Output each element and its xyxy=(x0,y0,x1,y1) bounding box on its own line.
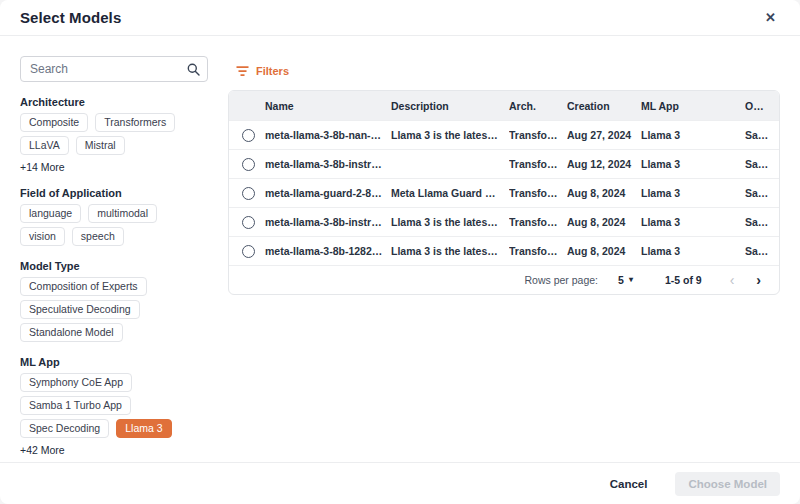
filter-group: ArchitectureCompositeTransformersLLaVAMi… xyxy=(20,96,208,173)
filter-sidebar: ArchitectureCompositeTransformersLLaVAMi… xyxy=(20,56,208,462)
cell-arch: Transfor… xyxy=(509,129,567,141)
cell-owner: SambaN… xyxy=(745,245,779,257)
cell-ml-app: Llama 3 xyxy=(641,245,745,257)
filter-chip[interactable]: LLaVA xyxy=(20,136,69,155)
models-table: Name Description Arch. Creation ML App O… xyxy=(228,90,780,295)
cancel-button[interactable]: Cancel xyxy=(604,477,654,491)
filter-chip[interactable]: Standalone Model xyxy=(20,323,123,342)
table-row[interactable]: meta-llama-guard-2-8b-…Meta Llama Guard … xyxy=(229,178,779,207)
search-box xyxy=(20,56,208,82)
filter-chip[interactable]: Composition of Experts xyxy=(20,277,147,296)
filter-group-label: ML App xyxy=(20,356,208,368)
cell-owner: SambaN… xyxy=(745,216,779,228)
chip-list: CompositeTransformersLLaVAMistral xyxy=(20,113,208,155)
table-row[interactable]: meta-llama-3-8b-instruc…Transfor…Aug 12,… xyxy=(229,149,779,178)
cell-creation: Aug 8, 2024 xyxy=(567,187,641,199)
column-header-description: Description xyxy=(391,100,509,112)
table-row[interactable]: meta-llama-3-8b-nan-ge…Llama 3 is the la… xyxy=(229,120,779,149)
cell-description: Llama 3 is the latest itera… xyxy=(391,129,509,141)
column-header-creation: Creation xyxy=(567,100,641,112)
dialog-title: Select Models xyxy=(20,9,121,26)
radio-button[interactable] xyxy=(242,245,255,258)
filter-group-label: Field of Application xyxy=(20,187,208,199)
filter-chip[interactable]: Llama 3 xyxy=(116,419,171,438)
cell-name: meta-llama-3-8b-instruc… xyxy=(265,216,391,228)
cell-owner: SambaN… xyxy=(745,129,779,141)
filters-button[interactable]: Filters xyxy=(230,64,295,78)
filter-chip[interactable]: Spec Decoding xyxy=(20,419,109,438)
choose-model-button[interactable]: Choose Model xyxy=(675,472,780,496)
cell-creation: Aug 8, 2024 xyxy=(567,216,641,228)
column-header-ml-app: ML App xyxy=(641,100,745,112)
filter-group-label: Model Type xyxy=(20,260,208,272)
column-header-arch: Arch. xyxy=(509,100,567,112)
cell-name: meta-llama-3-8b-nan-ge… xyxy=(265,129,391,141)
filter-chip[interactable]: Composite xyxy=(20,113,88,132)
dialog-header: Select Models ✕ xyxy=(0,0,800,36)
cell-creation: Aug 8, 2024 xyxy=(567,245,641,257)
table-row[interactable]: meta-llama-3-8b-128256…Llama 3 is the la… xyxy=(229,236,779,265)
filter-chip[interactable]: speech xyxy=(72,227,124,246)
dialog-body: ArchitectureCompositeTransformersLLaVAMi… xyxy=(0,36,800,462)
filter-group-label: Architecture xyxy=(20,96,208,108)
cell-arch: Transfor… xyxy=(509,245,567,257)
cell-arch: Transfor… xyxy=(509,216,567,228)
filter-chip[interactable]: Mistral xyxy=(76,136,125,155)
table-header-row: Name Description Arch. Creation ML App O… xyxy=(229,91,779,120)
caret-down-icon: ▾ xyxy=(629,276,633,284)
radio-button[interactable] xyxy=(242,158,255,171)
chip-list: Composition of ExpertsSpeculative Decodi… xyxy=(20,277,208,342)
column-header-name: Name xyxy=(265,100,391,112)
filter-chip[interactable]: language xyxy=(20,204,81,223)
filter-chip[interactable]: multimodal xyxy=(88,204,157,223)
filter-groups: ArchitectureCompositeTransformersLLaVAMi… xyxy=(20,96,208,462)
cell-ml-app: Llama 3 xyxy=(641,187,745,199)
filter-chip[interactable]: vision xyxy=(20,227,65,246)
rows-per-page-select[interactable]: 5 ▾ xyxy=(612,273,639,287)
close-icon[interactable]: ✕ xyxy=(763,9,778,26)
cell-ml-app: Llama 3 xyxy=(641,158,745,170)
column-header-owner: Owner xyxy=(745,100,779,112)
show-more-link[interactable]: +14 More xyxy=(20,162,65,173)
radio-button[interactable] xyxy=(242,187,255,200)
filter-icon xyxy=(236,66,249,77)
table-row[interactable]: meta-llama-3-8b-instruc…Llama 3 is the l… xyxy=(229,207,779,236)
table-pagination: Rows per page: 5 ▾ 1-5 of 9 ‹ › xyxy=(229,265,779,294)
previous-page-icon[interactable]: ‹ xyxy=(726,271,739,289)
show-more-link[interactable]: +42 More xyxy=(20,445,65,456)
filter-group: Model TypeComposition of ExpertsSpeculat… xyxy=(20,260,208,342)
filter-chip[interactable]: Speculative Decoding xyxy=(20,300,140,319)
cell-arch: Transfor… xyxy=(509,187,567,199)
select-models-dialog: Select Models ✕ ArchitectureCompositeTra… xyxy=(0,0,800,504)
filter-group: ML AppSymphony CoE AppSamba 1 Turbo AppS… xyxy=(20,356,208,456)
filter-chip[interactable]: Transformers xyxy=(95,113,175,132)
rows-per-page-label: Rows per page: xyxy=(524,274,598,286)
cell-description: Llama 3 is the latest itera… xyxy=(391,216,509,228)
cell-name: meta-llama-guard-2-8b-… xyxy=(265,187,391,199)
radio-button[interactable] xyxy=(242,216,255,229)
radio-button[interactable] xyxy=(242,129,255,142)
cell-name: meta-llama-3-8b-128256… xyxy=(265,245,391,257)
cell-owner: SambaN… xyxy=(745,158,779,170)
filter-chip[interactable]: Symphony CoE App xyxy=(20,373,132,392)
next-page-icon[interactable]: › xyxy=(752,271,765,289)
chip-list: languagemultimodalvisionspeech xyxy=(20,204,208,246)
cell-ml-app: Llama 3 xyxy=(641,129,745,141)
pagination-range: 1-5 of 9 xyxy=(665,274,702,286)
cell-creation: Aug 12, 2024 xyxy=(567,158,641,170)
filter-chip[interactable]: Samba 1 Turbo App xyxy=(20,396,131,415)
chip-list: Symphony CoE AppSamba 1 Turbo AppSpec De… xyxy=(20,373,208,438)
rows-per-page-value: 5 xyxy=(618,274,624,286)
cell-name: meta-llama-3-8b-instruc… xyxy=(265,158,391,170)
cell-description: Meta Llama Guard 2 is an … xyxy=(391,187,509,199)
table-panel: Filters Name Description Arch. Creation … xyxy=(228,56,780,462)
cell-ml-app: Llama 3 xyxy=(641,216,745,228)
cell-owner: SambaN… xyxy=(745,187,779,199)
filters-label: Filters xyxy=(256,65,289,77)
cell-creation: Aug 27, 2024 xyxy=(567,129,641,141)
cell-arch: Transfor… xyxy=(509,158,567,170)
dialog-footer: Cancel Choose Model xyxy=(0,462,800,504)
table-body: meta-llama-3-8b-nan-ge…Llama 3 is the la… xyxy=(229,120,779,265)
search-input[interactable] xyxy=(20,56,208,82)
filter-group: Field of Applicationlanguagemultimodalvi… xyxy=(20,187,208,246)
